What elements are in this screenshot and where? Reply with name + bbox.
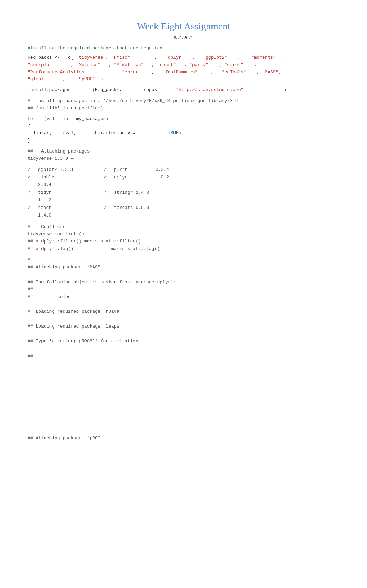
check-purrr: ✓ (104, 166, 114, 174)
code-for-4: } (28, 137, 339, 144)
code-install: install.packages (Req_packs, repos = "ht… (28, 86, 339, 94)
pkg-ggplot2: ggplot2 3.3.3 (38, 166, 79, 174)
out-citation: ## Type 'citation("pROC")' for a citatio… (28, 338, 339, 345)
packages-table: ✓ ggplot2 3.3.3 ✓ purrr 0.3.4 ✓ tibble 3… (28, 166, 339, 220)
out-mass: ## Attaching package: 'MASS' (28, 264, 339, 271)
output-line-installing-1: ## Installing packages into '/home/delhi… (28, 97, 339, 104)
packages-grid: ✓ ggplot2 3.3.3 ✓ purrr 0.3.4 ✓ tibble 3… (28, 166, 339, 220)
out-empty-2 (28, 271, 339, 278)
out-proc-line: ## Attaching package: 'pROC' (28, 434, 339, 442)
out-leaps: ## Loading required package: leaps (28, 323, 339, 330)
comment-installing: #intalling the required packages that ar… (28, 46, 339, 51)
output-conflicts-header: ## — Conflicts —————————————————————————… (28, 223, 339, 253)
conflicts-tidyverse: tidyverse_conflicts() — (28, 230, 339, 238)
out-empty-6 (28, 330, 339, 338)
pkg-readr: readr 1.4.0 (38, 204, 79, 219)
pkg-dplyr: dplyr (114, 174, 156, 189)
output-line-installing-2: ## (as 'lib' is unspecified) (28, 104, 339, 112)
out-empty-8: ## (28, 352, 339, 360)
code-for-loop: for (val in my_packages) { library (val,… (28, 116, 339, 144)
check-stringr: ✓ (104, 189, 114, 204)
check-tidyr: ✓ (28, 189, 38, 204)
out-empty-3: ## (28, 286, 339, 293)
pkg-tidyr: tidyr 1.1.2 (38, 189, 79, 204)
conflicts-line: ## — Conflicts —————————————————————————… (28, 223, 339, 230)
tidyverse-version: tidyverse 1.3.0 — (28, 155, 339, 162)
output-various: ## ## Attaching package: 'MASS' ## The f… (28, 256, 339, 360)
check-tibble: ✓ (28, 174, 38, 189)
out-empty-4 (28, 301, 339, 308)
output-attaching-header: ## — Attaching packages ————————————————… (28, 148, 339, 163)
out-empty-5 (28, 315, 339, 323)
code-line-2: "corrplot" , "Metrics" , "MLmetrics" , "… (28, 62, 339, 69)
code-line-3: "PerformanceAnalytics" , "corrr" , "fast… (28, 69, 339, 76)
pkg-tibble: tibble 3.0.4 (38, 174, 79, 189)
out-rjava: ## Loading required package: rJava (28, 308, 339, 315)
conflicts-lag: ## x dplyr::lag() masks stats::lag() (28, 245, 339, 252)
pkg-stringr: stringr 1.4.0 (114, 189, 156, 204)
date-line: 8/21/2021 (28, 35, 339, 41)
spacer (28, 363, 339, 432)
output-proc: ## Attaching package: 'pROC' (28, 434, 339, 442)
ver-dplyr: 1.0.2 (156, 174, 180, 189)
out-empty-7 (28, 345, 339, 352)
code-line-4: "glmulti" , "pROC" ) (28, 76, 339, 83)
var-req: Req_packs <- (28, 55, 68, 60)
code-req-packs: Req_packs <- c( "tidyverse", "Hmisc" , "… (28, 54, 339, 83)
check-forcats: ✓ (104, 204, 114, 219)
page-title: Week Eight Assignment (28, 21, 339, 32)
code-for-2: { (28, 123, 339, 130)
out-empty-1: ## (28, 256, 339, 263)
output-installing: ## Installing packages into '/home/delhi… (28, 97, 339, 112)
check-ggplot2: ✓ (28, 166, 38, 174)
pkg-forcats: forcats 0.5.0 (114, 204, 156, 219)
code-for-3: library (val, character.only = TRUE) (28, 130, 339, 137)
out-select: ## select (28, 293, 339, 301)
code-line-1: Req_packs <- c( "tidyverse", "Hmisc" , "… (28, 54, 339, 62)
ver-purrr: 0.3.4 (156, 166, 180, 174)
pkg-purrr: purrr (114, 166, 156, 174)
out-masked: ## The following object is masked from '… (28, 278, 339, 286)
attaching-line: ## — Attaching packages ————————————————… (28, 148, 339, 155)
check-readr: ✓ (28, 204, 38, 219)
code-for-1: for (val in my_packages) (28, 116, 339, 123)
check-dplyr: ✓ (104, 174, 114, 189)
conflicts-filter: ## x dplyr::filter() masks stats::filter… (28, 238, 339, 245)
